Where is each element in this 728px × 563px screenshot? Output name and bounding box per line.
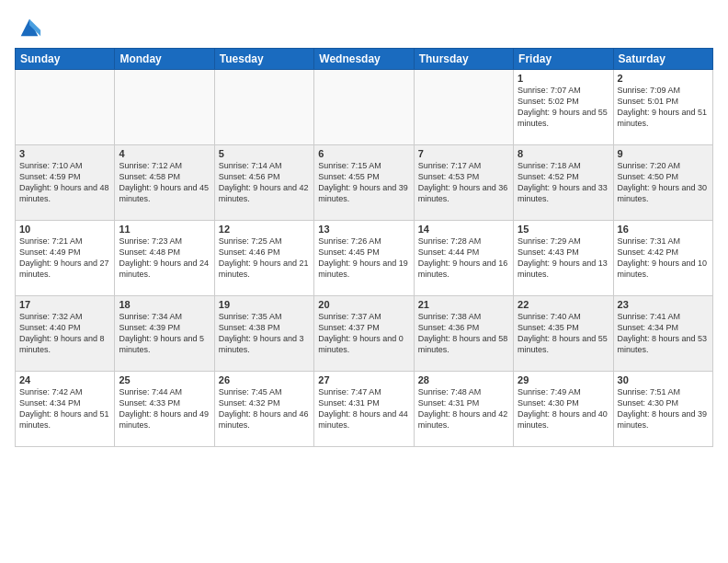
day-number: 9 <box>618 148 709 159</box>
day-info: Sunrise: 7:31 AM Sunset: 4:42 PM Dayligh… <box>618 236 709 281</box>
calendar-week-row: 3Sunrise: 7:10 AM Sunset: 4:59 PM Daylig… <box>16 145 713 221</box>
day-number: 29 <box>518 374 609 385</box>
calendar-cell: 16Sunrise: 7:31 AM Sunset: 4:42 PM Dayli… <box>613 221 712 296</box>
day-number: 4 <box>119 148 210 159</box>
calendar-cell: 29Sunrise: 7:49 AM Sunset: 4:30 PM Dayli… <box>514 372 613 447</box>
calendar-cell: 10Sunrise: 7:21 AM Sunset: 4:49 PM Dayli… <box>16 221 115 296</box>
calendar-table: SundayMondayTuesdayWednesdayThursdayFrid… <box>15 48 713 447</box>
day-info: Sunrise: 7:15 AM Sunset: 4:55 PM Dayligh… <box>318 160 409 205</box>
day-number: 17 <box>19 299 110 310</box>
day-info: Sunrise: 7:23 AM Sunset: 4:48 PM Dayligh… <box>119 236 210 281</box>
day-info: Sunrise: 7:45 AM Sunset: 4:32 PM Dayligh… <box>219 386 310 431</box>
day-number: 28 <box>418 374 509 385</box>
calendar-cell: 27Sunrise: 7:47 AM Sunset: 4:31 PM Dayli… <box>314 372 414 447</box>
day-info: Sunrise: 7:47 AM Sunset: 4:31 PM Dayligh… <box>318 386 409 431</box>
calendar-cell: 17Sunrise: 7:32 AM Sunset: 4:40 PM Dayli… <box>16 296 115 372</box>
calendar-cell: 30Sunrise: 7:51 AM Sunset: 4:30 PM Dayli… <box>613 372 712 447</box>
day-info: Sunrise: 7:48 AM Sunset: 4:31 PM Dayligh… <box>418 386 509 431</box>
day-info: Sunrise: 7:44 AM Sunset: 4:33 PM Dayligh… <box>119 386 210 431</box>
calendar-week-row: 10Sunrise: 7:21 AM Sunset: 4:49 PM Dayli… <box>16 221 713 296</box>
calendar-cell: 24Sunrise: 7:42 AM Sunset: 4:34 PM Dayli… <box>16 372 115 447</box>
day-number: 14 <box>418 224 509 235</box>
calendar-cell: 23Sunrise: 7:41 AM Sunset: 4:34 PM Dayli… <box>613 296 712 372</box>
day-info: Sunrise: 7:49 AM Sunset: 4:30 PM Dayligh… <box>518 386 609 431</box>
calendar-cell: 22Sunrise: 7:40 AM Sunset: 4:35 PM Dayli… <box>514 296 613 372</box>
day-info: Sunrise: 7:14 AM Sunset: 4:56 PM Dayligh… <box>219 160 310 205</box>
day-info: Sunrise: 7:42 AM Sunset: 4:34 PM Dayligh… <box>19 386 110 431</box>
calendar-cell: 3Sunrise: 7:10 AM Sunset: 4:59 PM Daylig… <box>16 145 115 221</box>
day-number: 10 <box>19 224 110 235</box>
logo <box>15 15 42 40</box>
weekday-header-friday: Friday <box>514 49 613 70</box>
day-number: 22 <box>518 299 609 310</box>
calendar-cell: 20Sunrise: 7:37 AM Sunset: 4:37 PM Dayli… <box>314 296 414 372</box>
day-number: 15 <box>518 224 609 235</box>
page: SundayMondayTuesdayWednesdayThursdayFrid… <box>0 0 728 563</box>
calendar-cell <box>414 70 513 145</box>
day-info: Sunrise: 7:41 AM Sunset: 4:34 PM Dayligh… <box>618 311 709 356</box>
calendar-cell: 14Sunrise: 7:28 AM Sunset: 4:44 PM Dayli… <box>414 221 513 296</box>
day-info: Sunrise: 7:26 AM Sunset: 4:45 PM Dayligh… <box>318 236 409 281</box>
day-number: 19 <box>219 299 310 310</box>
logo-icon <box>17 15 42 40</box>
day-number: 30 <box>618 374 709 385</box>
day-info: Sunrise: 7:20 AM Sunset: 4:50 PM Dayligh… <box>618 160 709 205</box>
calendar-week-row: 24Sunrise: 7:42 AM Sunset: 4:34 PM Dayli… <box>16 372 713 447</box>
day-number: 21 <box>418 299 509 310</box>
calendar-cell: 5Sunrise: 7:14 AM Sunset: 4:56 PM Daylig… <box>214 145 313 221</box>
day-info: Sunrise: 7:17 AM Sunset: 4:53 PM Dayligh… <box>418 160 509 205</box>
calendar-cell: 4Sunrise: 7:12 AM Sunset: 4:58 PM Daylig… <box>115 145 214 221</box>
weekday-header-monday: Monday <box>115 49 214 70</box>
calendar-cell: 18Sunrise: 7:34 AM Sunset: 4:39 PM Dayli… <box>115 296 214 372</box>
day-info: Sunrise: 7:28 AM Sunset: 4:44 PM Dayligh… <box>418 236 509 281</box>
calendar-cell <box>314 70 414 145</box>
weekday-header-tuesday: Tuesday <box>214 49 313 70</box>
day-number: 20 <box>318 299 409 310</box>
day-info: Sunrise: 7:29 AM Sunset: 4:43 PM Dayligh… <box>518 236 609 281</box>
day-number: 1 <box>518 73 609 84</box>
calendar-cell: 15Sunrise: 7:29 AM Sunset: 4:43 PM Dayli… <box>514 221 613 296</box>
calendar-cell: 26Sunrise: 7:45 AM Sunset: 4:32 PM Dayli… <box>214 372 313 447</box>
day-info: Sunrise: 7:12 AM Sunset: 4:58 PM Dayligh… <box>119 160 210 205</box>
day-number: 7 <box>418 148 509 159</box>
calendar-cell: 6Sunrise: 7:15 AM Sunset: 4:55 PM Daylig… <box>314 145 414 221</box>
calendar-week-row: 1Sunrise: 7:07 AM Sunset: 5:02 PM Daylig… <box>16 70 713 145</box>
day-info: Sunrise: 7:40 AM Sunset: 4:35 PM Dayligh… <box>518 311 609 356</box>
calendar-cell: 28Sunrise: 7:48 AM Sunset: 4:31 PM Dayli… <box>414 372 513 447</box>
calendar-cell <box>214 70 313 145</box>
day-number: 25 <box>119 374 210 385</box>
calendar-cell: 21Sunrise: 7:38 AM Sunset: 4:36 PM Dayli… <box>414 296 513 372</box>
calendar-week-row: 17Sunrise: 7:32 AM Sunset: 4:40 PM Dayli… <box>16 296 713 372</box>
day-info: Sunrise: 7:25 AM Sunset: 4:46 PM Dayligh… <box>219 236 310 281</box>
day-number: 11 <box>119 224 210 235</box>
day-number: 18 <box>119 299 210 310</box>
day-number: 3 <box>19 148 110 159</box>
header <box>15 15 713 40</box>
calendar-cell <box>115 70 214 145</box>
day-info: Sunrise: 7:51 AM Sunset: 4:30 PM Dayligh… <box>618 386 709 431</box>
day-number: 16 <box>618 224 709 235</box>
day-number: 12 <box>219 224 310 235</box>
day-info: Sunrise: 7:38 AM Sunset: 4:36 PM Dayligh… <box>418 311 509 356</box>
day-number: 27 <box>318 374 409 385</box>
calendar-cell: 12Sunrise: 7:25 AM Sunset: 4:46 PM Dayli… <box>214 221 313 296</box>
day-info: Sunrise: 7:37 AM Sunset: 4:37 PM Dayligh… <box>318 311 409 356</box>
day-info: Sunrise: 7:34 AM Sunset: 4:39 PM Dayligh… <box>119 311 210 356</box>
calendar-cell: 1Sunrise: 7:07 AM Sunset: 5:02 PM Daylig… <box>514 70 613 145</box>
weekday-header-sunday: Sunday <box>16 49 115 70</box>
day-number: 8 <box>518 148 609 159</box>
weekday-header-saturday: Saturday <box>613 49 712 70</box>
day-number: 23 <box>618 299 709 310</box>
calendar-cell: 11Sunrise: 7:23 AM Sunset: 4:48 PM Dayli… <box>115 221 214 296</box>
day-number: 26 <box>219 374 310 385</box>
day-info: Sunrise: 7:10 AM Sunset: 4:59 PM Dayligh… <box>19 160 110 205</box>
day-number: 2 <box>618 73 709 84</box>
day-info: Sunrise: 7:35 AM Sunset: 4:38 PM Dayligh… <box>219 311 310 356</box>
day-info: Sunrise: 7:18 AM Sunset: 4:52 PM Dayligh… <box>518 160 609 205</box>
day-info: Sunrise: 7:09 AM Sunset: 5:01 PM Dayligh… <box>618 85 709 130</box>
weekday-header-thursday: Thursday <box>414 49 513 70</box>
calendar-cell: 9Sunrise: 7:20 AM Sunset: 4:50 PM Daylig… <box>613 145 712 221</box>
day-info: Sunrise: 7:21 AM Sunset: 4:49 PM Dayligh… <box>19 236 110 281</box>
day-info: Sunrise: 7:07 AM Sunset: 5:02 PM Dayligh… <box>518 85 609 130</box>
calendar-cell <box>16 70 115 145</box>
